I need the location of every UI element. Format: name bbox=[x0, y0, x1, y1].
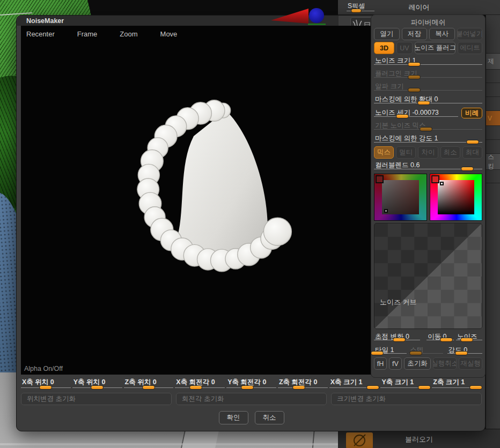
transform-sliders: X축 위치 0Y축 위치 0Z축 위치 0X축 회전각 0Y축 회전각 0Z축 … bbox=[17, 376, 486, 390]
alpha-scale-slider[interactable]: 알파 크기 bbox=[374, 80, 482, 93]
curve-button-row: fHfV초기화실행취소재실행 bbox=[374, 357, 482, 370]
color-picker-b-swatch[interactable] bbox=[431, 175, 439, 183]
reset-position-button[interactable]: 위치변경 초기화 bbox=[21, 393, 172, 405]
tile-slider-knob[interactable] bbox=[371, 351, 384, 355]
preview-viewport[interactable]: RecenterFrameZoomMove Alpha On/Off bbox=[21, 26, 372, 375]
undo-button[interactable]: 실행취소 bbox=[433, 357, 457, 370]
min-button[interactable]: 최소 bbox=[440, 146, 460, 159]
noise-mini-slider[interactable]: 노이즈 bbox=[456, 330, 482, 342]
edit-button[interactable]: 에디트 bbox=[458, 42, 482, 54]
noise-curve-editor[interactable]: 노이즈 커브 bbox=[374, 223, 482, 329]
plugin-scale-slider[interactable]: 플러그인 크기 bbox=[374, 67, 482, 80]
tile-slider[interactable]: 타일 1 bbox=[374, 344, 407, 356]
colorblend-slider[interactable]: 컬러블렌드 0.6 bbox=[374, 159, 482, 171]
alpha-scale-slider-label: 알파 크기 bbox=[375, 82, 403, 91]
confirm-row: 확인 취소 bbox=[17, 411, 486, 424]
color-picker-b[interactable] bbox=[430, 174, 483, 221]
x-pos-slider[interactable]: X축 위치 0 bbox=[21, 376, 71, 390]
alpha-on-off-toggle[interactable]: Alpha On/Off bbox=[24, 365, 63, 372]
x-size-slider-label: X축 크기 1 bbox=[330, 378, 363, 387]
x-rot-slider[interactable]: X축 회전각 0 bbox=[175, 376, 225, 390]
color-picker-a-swatch[interactable] bbox=[376, 175, 384, 183]
x-rot-slider-knob[interactable] bbox=[189, 385, 202, 390]
intensity-slider-knob[interactable] bbox=[455, 351, 468, 355]
open-button[interactable]: 열기 bbox=[374, 28, 400, 40]
y-size-slider[interactable]: Y축 크기 1 bbox=[380, 376, 430, 390]
strip-row-3 bbox=[486, 83, 500, 97]
noise-strength-slider-knob[interactable] bbox=[396, 114, 409, 118]
step-slider-knob[interactable] bbox=[409, 351, 422, 355]
noise-scale-slider-knob[interactable] bbox=[408, 62, 421, 66]
z-rot-slider[interactable]: Z축 회전각 0 bbox=[278, 376, 328, 390]
strip-row-8[interactable]: 스킹 bbox=[486, 154, 500, 170]
strip-row-0 bbox=[486, 15, 500, 54]
reset-button-row: 위치변경 초기화회전각 초기화크기변경 초기화 bbox=[17, 393, 486, 405]
mix-button[interactable]: 믹스 bbox=[374, 146, 394, 159]
y-rot-slider-knob[interactable] bbox=[241, 385, 254, 390]
proportional-button[interactable]: 비례 bbox=[461, 108, 482, 118]
colorblend-slider-knob[interactable] bbox=[461, 167, 474, 171]
load-button[interactable]: 불러오기 bbox=[338, 435, 500, 444]
magnify-by-mask-slider-knob[interactable] bbox=[417, 101, 430, 105]
noise-mini-slider-knob[interactable] bbox=[460, 338, 473, 342]
ok-button[interactable]: 확인 bbox=[219, 411, 248, 424]
z-pos-slider[interactable]: Z축 위치 0 bbox=[124, 376, 174, 390]
y-pos-slider[interactable]: Y축 위치 0 bbox=[72, 376, 122, 390]
strip-row-7 bbox=[486, 140, 500, 154]
x-size-slider[interactable]: X축 크기 1 bbox=[329, 376, 379, 390]
y-size-slider-knob[interactable] bbox=[418, 385, 431, 390]
transform-strip: X축 위치 0Y축 위치 0Z축 위치 0X축 회전각 0Y축 회전각 0Z축 … bbox=[17, 376, 486, 432]
plugin-scale-slider-knob[interactable] bbox=[408, 75, 421, 79]
z-rot-slider-knob[interactable] bbox=[292, 385, 305, 390]
noise-plug-button[interactable]: 노이즈 플러그 bbox=[415, 42, 455, 54]
z-size-slider-knob[interactable] bbox=[469, 385, 482, 390]
redo-button[interactable]: 재실행 bbox=[459, 357, 482, 370]
cancel-button[interactable]: 취소 bbox=[255, 411, 284, 424]
alpha-scale-slider-knob[interactable] bbox=[408, 88, 421, 92]
step-slider[interactable]: 스텝 bbox=[409, 344, 443, 356]
flip-v-button[interactable]: fV bbox=[389, 357, 402, 370]
x-pos-slider-knob[interactable] bbox=[39, 385, 52, 390]
spixel-knob[interactable] bbox=[351, 9, 362, 13]
magnify-by-mask-slider[interactable]: 마스킹에 의한 확대 0 bbox=[374, 93, 482, 106]
panel-header: 파이버메쉬 bbox=[374, 15, 482, 26]
save-button[interactable]: 저장 bbox=[402, 28, 428, 40]
multiply-button[interactable]: 멀티 bbox=[396, 146, 416, 159]
noise-scale-slider[interactable]: 노이즈 크기 1 bbox=[374, 54, 482, 67]
noise-strength-slider[interactable]: 노이즈 세기 -0.00073 bbox=[374, 106, 458, 119]
difference-button[interactable]: 차이 bbox=[418, 146, 438, 159]
reset-size-button[interactable]: 크기변경 초기화 bbox=[331, 393, 482, 405]
base-noise-mix-slider[interactable]: 기본 노이즈 믹스 bbox=[374, 119, 482, 132]
z-size-slider[interactable]: Z축 크기 1 bbox=[432, 376, 482, 390]
mode-3d-button[interactable]: 3D bbox=[374, 42, 394, 54]
flip-h-button[interactable]: fH bbox=[374, 357, 387, 370]
reset-curve-button[interactable]: 초기화 bbox=[404, 357, 431, 370]
titlebar-ornaments bbox=[268, 6, 333, 27]
focal-shift-slider-knob[interactable] bbox=[393, 338, 406, 342]
strength-by-mask-slider[interactable]: 마스킹에 의한 강도 1 bbox=[374, 132, 482, 145]
noisemaker-panel: 파이버메쉬 열기저장복사붙여넣기 3DUV노이즈 플러그에디트 노이즈 크기 1… bbox=[371, 14, 486, 378]
y-rot-slider[interactable]: Y축 회전각 0 bbox=[226, 376, 276, 390]
base-noise-mix-slider-knob[interactable] bbox=[420, 127, 432, 131]
color-picker-a-marker[interactable] bbox=[384, 209, 388, 213]
blue-sphere-icon bbox=[309, 8, 324, 23]
paste-button[interactable]: 붙여넣기 bbox=[457, 28, 483, 40]
y-pos-slider-knob[interactable] bbox=[91, 385, 104, 390]
strip-row-4 bbox=[486, 97, 500, 111]
focal-shift-slider[interactable]: 초점 변화 0 bbox=[374, 330, 420, 342]
offset-slider-knob[interactable] bbox=[440, 338, 453, 342]
color-picker-b-marker[interactable] bbox=[440, 182, 444, 185]
mode-uv-button[interactable]: UV bbox=[396, 42, 413, 54]
copy-button[interactable]: 복사 bbox=[429, 28, 455, 40]
z-pos-slider-knob[interactable] bbox=[142, 385, 155, 390]
green-underline bbox=[308, 24, 326, 25]
x-size-slider-knob[interactable] bbox=[366, 385, 379, 390]
strip-row-5[interactable]: V bbox=[486, 111, 500, 126]
strip-row-1[interactable]: 제 bbox=[486, 54, 500, 70]
color-picker-a[interactable] bbox=[374, 174, 427, 221]
offset-slider[interactable]: 이동 0 bbox=[427, 330, 454, 342]
reset-rotation-button[interactable]: 회전각 초기화 bbox=[176, 393, 327, 405]
strength-by-mask-slider-knob[interactable] bbox=[466, 140, 479, 144]
intensity-slider[interactable]: 강도 0 bbox=[447, 344, 482, 356]
max-button[interactable]: 최대 bbox=[462, 146, 482, 159]
